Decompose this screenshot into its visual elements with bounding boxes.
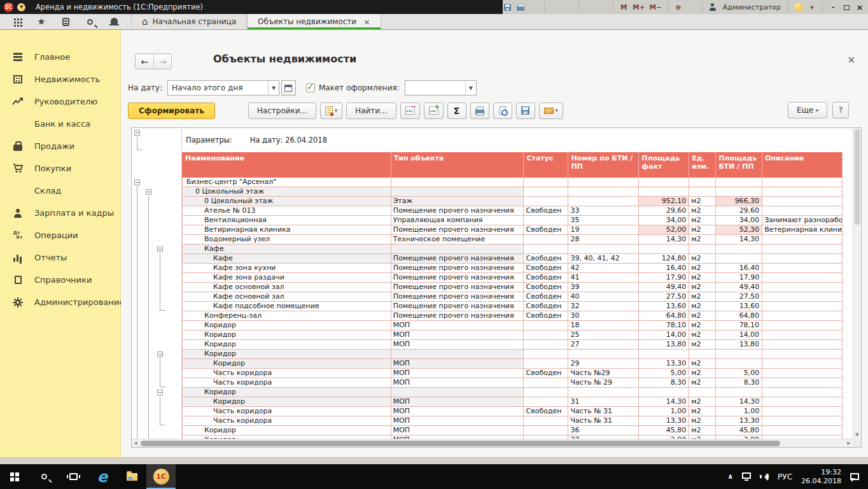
action-center-icon[interactable] [850,473,859,480]
memory-m-icon[interactable]: M [619,2,628,12]
layout-combobox[interactable]: ▼ [405,80,477,96]
file-explorer-button[interactable] [117,464,146,489]
info-icon[interactable] [794,2,803,12]
hidden-icons-chevron-icon[interactable]: ∧ [727,472,733,481]
column-header-7[interactable]: Описание [762,152,843,178]
user-icon[interactable] [708,2,717,12]
sidebar-item-purchases[interactable]: Покупки [0,157,120,180]
vertical-scrollbar[interactable]: ▼ [853,128,861,439]
table-row[interactable]: ВентиляционнаяУправляющая компания3534,0… [182,216,843,225]
table-row[interactable]: Кафе основной залПомещение прочего назна… [182,283,843,292]
table-row[interactable]: КоридорМОП2713,80м213,80 [182,340,843,350]
table-row[interactable]: Кафе зона кухниПомещение прочего назначе… [182,264,843,273]
vertical-scrollbar-thumb[interactable] [855,129,860,225]
date-filter-combobox[interactable]: Начало этого дня ▼ [167,80,279,96]
table-row[interactable]: Часть коридораМОПЧасть № 298,30м28,30 [182,378,843,388]
table-row[interactable]: Кафе [182,244,843,254]
close-icon[interactable]: × [855,2,864,12]
volume-control[interactable]: )) [760,473,769,481]
column-header-4[interactable]: Площадь факт [639,152,689,178]
sidebar-item-realty[interactable]: Недвижимость [0,68,120,90]
sidebar-item-operations[interactable]: Дт КтОперации [0,224,120,246]
save-icon[interactable] [503,2,512,12]
generate-button[interactable]: Сформировать [128,103,215,119]
layout-dropdown-icon[interactable]: ▼ [465,81,476,95]
table-row[interactable]: КоридорМОП2913,30м2 [182,359,843,369]
scroll-right-icon[interactable]: ▶ [845,441,853,446]
table-row[interactable]: Ателье № 013Помещение прочего назначения… [182,206,843,216]
sidebar-item-manager[interactable]: Руководителю [0,90,120,113]
start-button[interactable] [0,464,29,489]
restore-icon[interactable] [842,2,851,12]
table-row[interactable]: Кафе зона раздачиПомещение прочего назна… [182,273,843,283]
sidebar-item-reports[interactable]: Отчеты [0,246,120,269]
table-row[interactable]: Кафе основной залПомещение прочего назна… [182,292,843,302]
sidebar-item-bank-cash[interactable]: ₽Банк и касса [0,113,120,135]
column-header-2[interactable]: Статус [524,152,568,178]
sidebar-item-warehouse[interactable]: Склад [0,180,120,202]
layout-checkbox[interactable] [306,83,315,92]
print-button[interactable] [470,103,489,119]
print-icon[interactable] [516,2,525,12]
report-variants-button[interactable]: ▾ [320,103,342,119]
table-row[interactable]: Конференц-залПомещение прочего назначени… [182,311,843,321]
window-menu-chevron-icon[interactable]: ▼ [17,3,25,11]
back-button[interactable]: ← [136,54,153,69]
table-row[interactable]: Водомерный узелТехническое помещение2814… [182,235,843,244]
1c-app-button[interactable]: 1С [146,464,176,489]
sidebar-item-sales[interactable]: Продажи [0,135,120,157]
table-row[interactable]: Кафе подсобное помещениеПомещение прочег… [182,302,843,311]
column-header-5[interactable]: Ед. изм. [689,152,716,178]
edge-button[interactable]: e [88,464,117,489]
calendar-icon[interactable] [598,2,607,12]
table-row[interactable]: 0 Цокольный этажЭтаж952,10м2966,30 [182,197,843,206]
table-row[interactable]: Бизнес-центр "Арсенал" [182,178,843,187]
date-filter-dropdown-icon[interactable]: ▼ [268,81,279,95]
table-row[interactable]: Коридор [182,350,843,359]
column-header-3[interactable]: Номер по БТИ / ПП [568,152,639,178]
scroll-left-icon[interactable]: ◀ [132,441,139,446]
collapse-group-button[interactable]: − [157,390,163,395]
collapse-parameters-button[interactable]: − [134,130,140,136]
table-row[interactable]: Коридор [182,388,843,397]
table-row[interactable]: Часть коридораМОПСвободенЧасть №295,00м2… [182,369,843,378]
table-row[interactable]: Ветиринарная клиникаПомещение прочего на… [182,225,843,235]
memory-m-minus-icon[interactable]: M− [650,2,662,12]
memory-m-plus-icon[interactable]: M+ [633,2,645,12]
table-row[interactable]: КоридорМОП1878,10м278,10 [182,321,843,330]
print-preview-button[interactable] [493,103,512,119]
search-icon[interactable] [84,16,95,27]
collapse-group-button[interactable]: − [157,246,163,252]
taskbar-search-button[interactable] [29,464,59,489]
get-link-icon[interactable] [550,2,559,12]
totals-button[interactable]: Σ [447,103,466,119]
collapse-groups-button[interactable]: авс− [400,103,420,119]
split-window-icon[interactable] [687,2,696,12]
expand-groups-button[interactable]: авс+ [424,103,444,119]
collapse-group-button[interactable]: − [134,180,140,185]
settings-button[interactable]: Настройки... [248,103,316,119]
table-row[interactable]: КафеПомещение прочего назначенияСвободен… [182,254,843,264]
network-icon[interactable] [742,472,751,479]
find-button[interactable]: Найти... [346,103,396,119]
history-icon[interactable] [60,16,71,27]
column-header-0[interactable]: Наименование [183,152,391,178]
table-row[interactable]: Часть коридораМОПЧасть № 3113,30м213,30 [182,416,843,426]
table-row[interactable]: КоридорМОП3645,80м245,80 [182,426,843,436]
clock[interactable]: 19:32 26.04.2018 [801,468,841,485]
save-button[interactable] [516,103,535,119]
sidebar-item-main[interactable]: Главное [0,46,120,68]
sidebar-item-hr[interactable]: Зарплата и кадры [0,202,120,224]
table-row[interactable]: 0 Цокольный этаж [182,187,843,197]
notifications-icon[interactable] [108,16,120,27]
table-row[interactable]: Часть коридораМОПСвободенЧасть № 311,00м… [182,407,843,416]
table-row[interactable]: КоридорМОП2514,00м214,00 [182,330,843,340]
horizontal-scrollbar[interactable]: ◀ ▶ [132,439,853,447]
horizontal-scrollbar-thumb[interactable] [141,441,780,446]
forward-button[interactable]: → [153,54,171,69]
tab-home[interactable]: ⌂Начальная страница [131,14,247,29]
task-view-button[interactable] [59,464,88,489]
email-button[interactable]: ▾ [539,103,563,119]
more-button[interactable]: Еще ▾ [788,102,827,118]
zoom-icon[interactable]: ⊕ [674,2,683,12]
